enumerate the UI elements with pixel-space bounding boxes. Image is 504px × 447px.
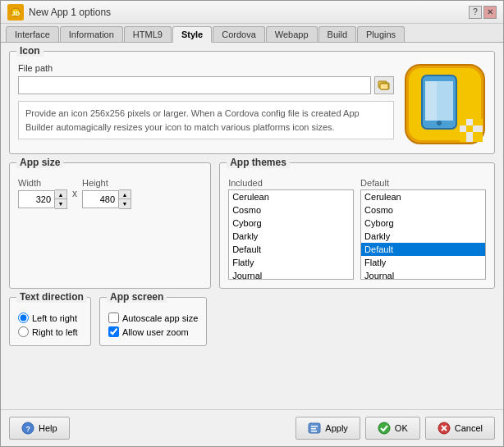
- width-up-button[interactable]: ▲: [55, 190, 66, 199]
- userzoom-checkbox[interactable]: [108, 326, 119, 337]
- autoscale-checkbox[interactable]: [108, 312, 119, 323]
- app-themes-group: App themes Included Cerulean Cosmo Cybor…: [219, 162, 495, 289]
- icon-group: Icon File path Provide: [9, 51, 495, 154]
- included-listbox[interactable]: Cerulean Cosmo Cyborg Darkly Default Fla…: [228, 189, 354, 280]
- svg-point-10: [437, 121, 442, 125]
- svg-rect-27: [311, 431, 317, 432]
- included-col: Included Cerulean Cosmo Cyborg Darkly De…: [228, 178, 354, 280]
- svg-rect-14: [466, 119, 473, 125]
- list-item[interactable]: Cosmo: [229, 203, 353, 217]
- svg-rect-13: [460, 119, 466, 125]
- rtl-label: Right to left: [32, 327, 78, 337]
- svg-rect-11: [425, 81, 437, 121]
- list-item[interactable]: Flatly: [229, 256, 353, 269]
- default-listbox[interactable]: Cerulean Cosmo Cyborg Darkly Default Fla…: [360, 189, 486, 280]
- height-up-button[interactable]: ▲: [119, 190, 131, 199]
- svg-rect-17: [466, 125, 473, 132]
- ok-icon: [378, 422, 391, 435]
- tab-plugins[interactable]: Plugins: [357, 26, 405, 42]
- app-screen-group: App screen Autoscale app size Allow user…: [99, 297, 207, 346]
- tab-html9[interactable]: HTML9: [124, 26, 172, 42]
- userzoom-row: Allow user zoom: [108, 326, 198, 337]
- list-item[interactable]: Cyborg: [361, 217, 485, 230]
- height-spinner: ▲ ▼: [82, 189, 131, 209]
- title-bar-left: JD New App 1 options: [7, 4, 111, 21]
- file-path-row: [18, 76, 394, 94]
- ltr-radio[interactable]: [18, 312, 29, 323]
- userzoom-label: Allow user zoom: [122, 327, 189, 337]
- file-path-input[interactable]: [18, 76, 371, 94]
- apply-label: Apply: [325, 423, 348, 433]
- browse-button[interactable]: [374, 76, 394, 94]
- cancel-button[interactable]: Cancel: [425, 417, 495, 440]
- title-bar: JD New App 1 options ? ✕: [1, 1, 503, 24]
- footer-right: Apply OK Ca: [296, 417, 495, 440]
- rtl-row: Right to left: [18, 326, 82, 337]
- icon-group-label: Icon: [16, 45, 44, 57]
- lower-row: Text direction Left to right Right to le…: [9, 297, 495, 346]
- list-item[interactable]: Darkly: [361, 230, 485, 243]
- apply-icon: [308, 422, 321, 435]
- help-button[interactable]: ? Help: [9, 417, 70, 440]
- svg-rect-16: [460, 125, 466, 132]
- width-down-button[interactable]: ▼: [55, 199, 66, 208]
- default-col: Default Cerulean Cosmo Cyborg Darkly Def…: [360, 178, 486, 280]
- list-item[interactable]: Default: [229, 243, 353, 256]
- app-size-group: App size Width ▲ ▼ x: [9, 162, 211, 289]
- svg-rect-20: [466, 132, 473, 142]
- cancel-icon: [438, 422, 451, 435]
- help-button[interactable]: ?: [469, 6, 482, 19]
- window-title: New App 1 options: [29, 7, 111, 18]
- help-label: Help: [39, 423, 57, 433]
- list-item[interactable]: Darkly: [229, 230, 353, 243]
- footer: ? Help Apply: [1, 409, 503, 446]
- size-separator: x: [72, 188, 77, 199]
- list-item[interactable]: Cosmo: [361, 203, 485, 217]
- svg-rect-25: [311, 426, 318, 427]
- list-item[interactable]: Journal: [229, 269, 353, 280]
- height-spinner-btns: ▲ ▼: [119, 189, 131, 209]
- list-item[interactable]: Flatly: [361, 256, 485, 269]
- autoscale-row: Autoscale app size: [108, 312, 198, 323]
- apply-button[interactable]: Apply: [296, 417, 360, 440]
- width-spinner-btns: ▲ ▼: [55, 189, 67, 209]
- middle-row: App size Width ▲ ▼ x: [9, 162, 495, 289]
- app-themes-label: App themes: [227, 157, 290, 168]
- tab-build[interactable]: Build: [318, 26, 356, 42]
- svg-rect-5: [380, 84, 388, 89]
- text-direction-label: Text direction: [16, 291, 87, 303]
- tab-information[interactable]: Information: [60, 26, 123, 42]
- tab-interface[interactable]: Interface: [6, 26, 59, 42]
- height-down-button[interactable]: ▼: [119, 199, 131, 208]
- icon-section: File path Provide an icon 256x256 pixels…: [18, 63, 486, 145]
- ok-button[interactable]: OK: [365, 417, 420, 440]
- app-size-label: App size: [16, 157, 63, 168]
- tabs-bar: Interface Information HTML9 Style Cordov…: [1, 24, 503, 43]
- list-item-default[interactable]: Default: [361, 243, 485, 256]
- close-button[interactable]: ✕: [483, 6, 497, 19]
- height-input[interactable]: [82, 190, 119, 208]
- svg-point-28: [378, 422, 390, 434]
- width-spinner: ▲ ▼: [18, 189, 67, 209]
- tab-cordova[interactable]: Cordova: [213, 26, 265, 42]
- ltr-row: Left to right: [18, 312, 82, 323]
- autoscale-label: Autoscale app size: [122, 313, 198, 323]
- app-screen-label: App screen: [107, 291, 167, 303]
- width-input[interactable]: [18, 190, 55, 208]
- width-group: Width ▲ ▼: [18, 178, 67, 209]
- ok-label: OK: [395, 423, 408, 433]
- icon-preview: [404, 63, 486, 145]
- tab-webapp[interactable]: Webapp: [266, 26, 318, 42]
- list-item[interactable]: Journal: [361, 269, 485, 280]
- tab-style[interactable]: Style: [172, 26, 212, 43]
- themes-inner: Included Cerulean Cosmo Cyborg Darkly De…: [228, 178, 486, 280]
- list-item[interactable]: Cerulean: [361, 190, 485, 203]
- help-icon: ?: [21, 422, 34, 435]
- svg-text:?: ?: [26, 425, 31, 433]
- list-item[interactable]: Cyborg: [229, 217, 353, 230]
- app-logo: JD: [7, 4, 24, 21]
- list-item[interactable]: Cerulean: [229, 190, 353, 203]
- svg-rect-18: [473, 125, 483, 132]
- rtl-radio[interactable]: [18, 326, 29, 337]
- height-label: Height: [82, 178, 131, 188]
